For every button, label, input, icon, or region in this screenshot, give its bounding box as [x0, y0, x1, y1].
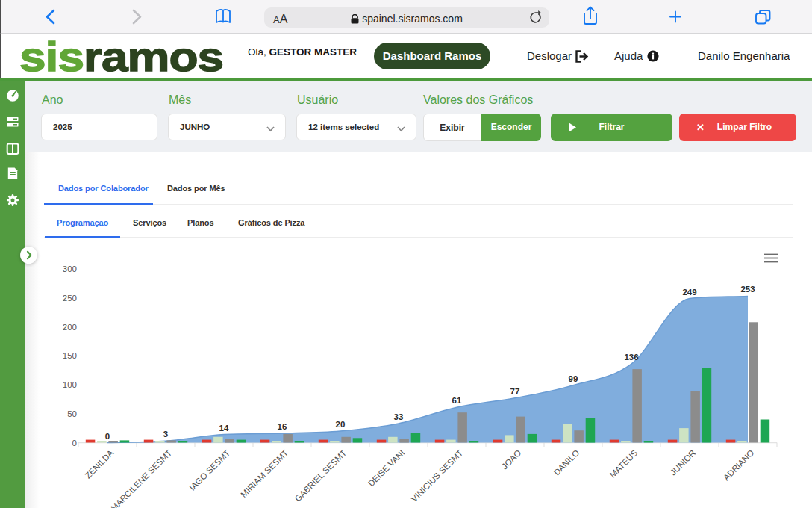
svg-text:249: 249	[682, 288, 696, 297]
svg-text:150: 150	[63, 351, 77, 360]
svg-text:77: 77	[510, 387, 520, 396]
svg-text:IAGO SESMT: IAGO SESMT	[187, 448, 231, 492]
svg-text:33: 33	[394, 412, 404, 421]
svg-text:50: 50	[67, 409, 77, 418]
svg-text:3: 3	[163, 430, 168, 439]
svg-text:ZENILDA: ZENILDA	[84, 448, 116, 480]
svg-text:MATEUS: MATEUS	[608, 448, 640, 480]
svg-text:20: 20	[336, 420, 346, 429]
svg-text:300: 300	[63, 264, 77, 273]
svg-text:61: 61	[452, 396, 462, 405]
svg-text:JUNIOR: JUNIOR	[669, 448, 698, 477]
svg-text:200: 200	[63, 323, 77, 332]
svg-text:253: 253	[740, 285, 755, 294]
svg-text:0: 0	[105, 432, 110, 441]
svg-text:99: 99	[569, 374, 578, 383]
svg-text:136: 136	[624, 353, 638, 362]
svg-text:VINICIUS SESMT: VINICIUS SESMT	[409, 448, 464, 504]
svg-text:MARCILENE SESMT: MARCILENE SESMT	[109, 448, 173, 508]
svg-text:0: 0	[72, 439, 77, 447]
svg-text:14: 14	[219, 424, 229, 433]
svg-text:GABRIEL SESMT: GABRIEL SESMT	[293, 448, 349, 504]
svg-text:DEISE VANI: DEISE VANI	[366, 448, 407, 489]
svg-text:MIRIAM SESMT: MIRIAM SESMT	[239, 448, 290, 499]
svg-text:JOAO: JOAO	[500, 448, 523, 471]
svg-text:16: 16	[278, 422, 287, 431]
svg-text:DANILO: DANILO	[552, 448, 581, 477]
svg-text:100: 100	[63, 380, 77, 389]
svg-text:ADRIANO: ADRIANO	[722, 448, 756, 483]
svg-text:250: 250	[63, 294, 77, 303]
